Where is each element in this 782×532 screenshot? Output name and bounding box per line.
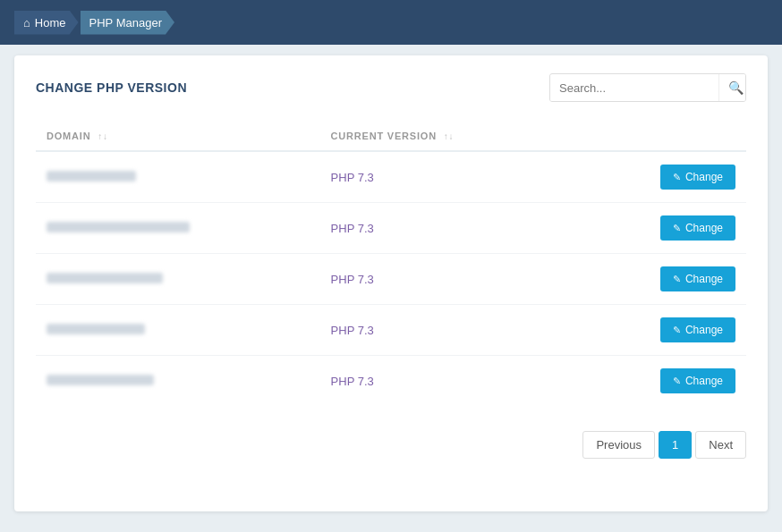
breadcrumb: ⌂ Home PHP Manager — [14, 11, 176, 35]
domain-value — [47, 222, 190, 232]
sort-icon-domain: ↑↓ — [98, 131, 108, 141]
domain-cell — [36, 151, 320, 203]
col-domain: DOMAIN ↑↓ — [36, 123, 320, 151]
change-button[interactable]: ✎Change — [660, 266, 735, 291]
card-header: CHANGE PHP VERSION 🔍 — [36, 73, 746, 102]
action-cell: ✎Change — [575, 305, 746, 356]
action-cell: ✎Change — [575, 356, 746, 407]
change-button[interactable]: ✎Change — [660, 215, 735, 241]
php-table: DOMAIN ↑↓ CURRENT VERSION ↑↓ PHP 7.3✎Cha… — [36, 123, 746, 406]
next-button[interactable]: Next — [695, 431, 746, 459]
page-title: CHANGE PHP VERSION — [36, 80, 187, 95]
change-button[interactable]: ✎Change — [660, 165, 735, 190]
search-icon: 🔍 — [728, 80, 744, 95]
edit-icon: ✎ — [673, 172, 681, 183]
version-cell: PHP 7.3 — [320, 151, 576, 203]
action-cell: ✎Change — [575, 151, 746, 203]
domain-value — [47, 273, 163, 283]
col-action — [575, 123, 746, 151]
top-nav: ⌂ Home PHP Manager — [0, 0, 782, 45]
domain-cell — [36, 305, 320, 356]
col-version: CURRENT VERSION ↑↓ — [320, 123, 576, 151]
search-box: 🔍 — [549, 73, 746, 102]
table-row: PHP 7.3✎Change — [36, 254, 746, 305]
home-icon: ⌂ — [23, 16, 30, 30]
change-button[interactable]: ✎Change — [660, 368, 735, 393]
breadcrumb-php-manager[interactable]: PHP Manager — [81, 11, 174, 35]
table-row: PHP 7.3✎Change — [36, 356, 746, 407]
change-button[interactable]: ✎Change — [660, 317, 735, 342]
action-cell: ✎Change — [575, 203, 746, 254]
pagination: Previous 1 Next — [36, 431, 746, 459]
version-cell: PHP 7.3 — [320, 254, 576, 305]
search-button[interactable]: 🔍 — [718, 74, 746, 101]
main-wrapper: CHANGE PHP VERSION 🔍 DOMAIN ↑↓ CURRENT V… — [0, 45, 782, 526]
edit-icon: ✎ — [673, 274, 681, 285]
search-input[interactable] — [550, 75, 718, 101]
edit-icon: ✎ — [673, 325, 681, 336]
previous-button[interactable]: Previous — [582, 431, 655, 459]
content-card: CHANGE PHP VERSION 🔍 DOMAIN ↑↓ CURRENT V… — [14, 55, 768, 511]
domain-cell — [36, 356, 320, 407]
table-row: PHP 7.3✎Change — [36, 305, 746, 356]
domain-value — [47, 324, 145, 334]
breadcrumb-home[interactable]: ⌂ Home — [14, 11, 79, 35]
sort-icon-version: ↑↓ — [444, 131, 455, 141]
domain-value — [47, 375, 154, 385]
version-cell: PHP 7.3 — [320, 305, 576, 356]
domain-cell — [36, 203, 320, 254]
table-row: PHP 7.3✎Change — [36, 203, 746, 254]
edit-icon: ✎ — [673, 223, 681, 234]
page-1-button[interactable]: 1 — [659, 431, 692, 459]
domain-cell — [36, 254, 320, 305]
action-cell: ✎Change — [575, 254, 746, 305]
table-header-row: DOMAIN ↑↓ CURRENT VERSION ↑↓ — [36, 123, 746, 151]
version-cell: PHP 7.3 — [320, 356, 576, 407]
breadcrumb-php-manager-label: PHP Manager — [89, 16, 162, 30]
version-cell: PHP 7.3 — [320, 203, 576, 254]
edit-icon: ✎ — [673, 376, 681, 387]
breadcrumb-home-label: Home — [35, 16, 66, 30]
domain-value — [47, 171, 136, 182]
table-row: PHP 7.3✎Change — [36, 151, 746, 203]
